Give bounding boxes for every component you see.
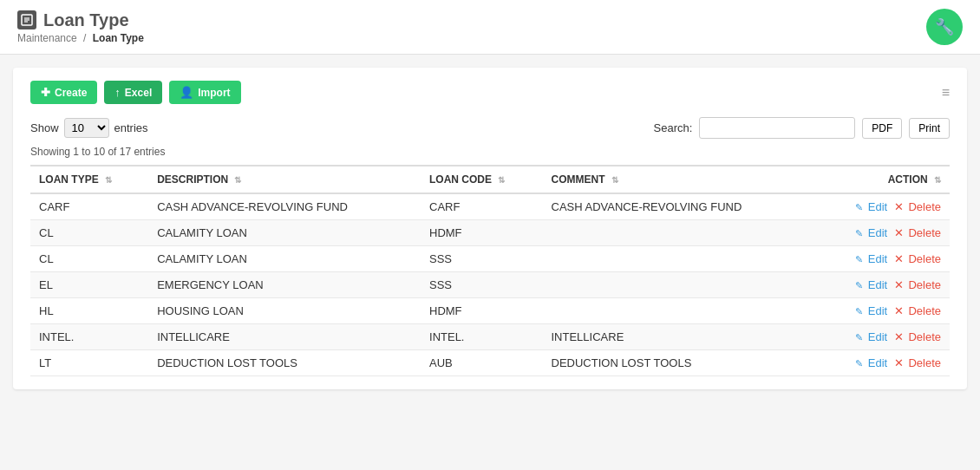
pdf-button[interactable]: PDF	[862, 118, 902, 139]
edit-icon: ✎	[855, 254, 863, 264]
search-input[interactable]	[699, 117, 855, 139]
edit-link[interactable]: Edit	[868, 226, 887, 239]
delete-x-icon: ✕	[894, 252, 904, 265]
delete-link[interactable]: Delete	[908, 356, 941, 369]
cell-loan-type: CL	[30, 246, 148, 272]
cell-loan-code: HDMF	[421, 298, 542, 324]
delete-link[interactable]: Delete	[908, 304, 941, 317]
page-title-row: Loan Type	[17, 10, 144, 30]
page-title: Loan Type	[43, 10, 129, 30]
cell-description: CASH ADVANCE-REVOLVING FUND	[148, 193, 421, 220]
sort-icon-comment[interactable]: ⇅	[611, 175, 618, 185]
cell-comment	[543, 272, 815, 298]
cell-description: CALAMITY LOAN	[148, 220, 421, 246]
delete-link[interactable]: Delete	[908, 330, 941, 343]
action-cell: ✎ Edit ✕ Delete	[814, 193, 950, 220]
table-row: CLCALAMITY LOANSSS ✎ Edit ✕ Delete	[30, 246, 950, 272]
action-cell: ✎ Edit ✕ Delete	[814, 298, 950, 324]
edit-link[interactable]: Edit	[868, 278, 887, 291]
action-cell: ✎ Edit ✕ Delete	[814, 220, 950, 246]
showing-info: Showing 1 to 10 of 17 entries	[30, 146, 950, 158]
entries-select[interactable]: 10 25 50 100	[64, 118, 109, 138]
edit-link[interactable]: Edit	[868, 252, 887, 265]
delete-x-icon: ✕	[894, 278, 904, 291]
table-row: CARFCASH ADVANCE-REVOLVING FUNDCARFCASH …	[30, 193, 950, 220]
cell-loan-type: INTEL.	[30, 324, 148, 350]
delete-link[interactable]: Delete	[908, 252, 941, 265]
delete-link[interactable]: Delete	[908, 200, 941, 213]
action-cell: ✎ Edit ✕ Delete	[814, 246, 950, 272]
show-label: Show	[30, 121, 59, 134]
cell-loan-code: AUB	[421, 350, 542, 376]
col-comment: COMMENT ⇅	[543, 166, 815, 193]
create-icon: ✚	[41, 86, 50, 99]
avatar[interactable]: 🔧	[926, 9, 963, 45]
table-body: CARFCASH ADVANCE-REVOLVING FUNDCARFCASH …	[30, 193, 950, 376]
col-description: DESCRIPTION ⇅	[148, 166, 421, 193]
menu-icon[interactable]: ≡	[942, 85, 950, 101]
breadcrumb-parent[interactable]: Maintenance	[17, 32, 77, 44]
cell-comment	[543, 220, 815, 246]
cell-loan-code: SSS	[421, 272, 542, 298]
cell-description: DEDUCTION LOST TOOLS	[148, 350, 421, 376]
sort-icon-loan-type[interactable]: ⇅	[105, 175, 112, 185]
cell-description: INTELLICARE	[148, 324, 421, 350]
breadcrumb-current: Loan Type	[93, 32, 144, 44]
entries-label: entries	[114, 121, 148, 134]
header-left: Loan Type Maintenance / Loan Type	[17, 10, 144, 44]
header: Loan Type Maintenance / Loan Type 🔧	[0, 0, 980, 55]
action-cell: ✎ Edit ✕ Delete	[814, 272, 950, 298]
table-row: LTDEDUCTION LOST TOOLSAUBDEDUCTION LOST …	[30, 350, 950, 376]
cell-loan-type: HL	[30, 298, 148, 324]
show-entries: Show 10 25 50 100 entries	[30, 118, 148, 138]
col-loan-type: LOAN TYPE ⇅	[30, 166, 148, 193]
edit-link[interactable]: Edit	[868, 330, 887, 343]
cell-description: HOUSING LOAN	[148, 298, 421, 324]
action-cell: ✎ Edit ✕ Delete	[814, 350, 950, 376]
delete-x-icon: ✕	[894, 356, 904, 369]
cell-description: EMERGENCY LOAN	[148, 272, 421, 298]
edit-link[interactable]: Edit	[868, 200, 887, 213]
toolbar-left: ✚ Create ↑ Excel 👤 Import	[30, 81, 241, 104]
cell-loan-type: CARF	[30, 193, 148, 220]
search-area: Search: PDF Print	[654, 117, 951, 139]
table-header-row: LOAN TYPE ⇅ DESCRIPTION ⇅ LOAN CODE ⇅ CO…	[30, 166, 950, 193]
cell-comment: DEDUCTION LOST TOOLS	[543, 350, 815, 376]
table-row: CLCALAMITY LOANHDMF ✎ Edit ✕ Delete	[30, 220, 950, 246]
breadcrumb-separator: /	[83, 32, 86, 44]
edit-icon: ✎	[855, 202, 863, 212]
edit-icon: ✎	[855, 332, 863, 343]
sort-icon-action[interactable]: ⇅	[934, 175, 941, 185]
cell-loan-code: CARF	[421, 193, 542, 220]
delete-link[interactable]: Delete	[908, 226, 941, 239]
search-label: Search:	[654, 121, 693, 134]
cell-loan-code: INTEL.	[421, 324, 542, 350]
delete-link[interactable]: Delete	[908, 278, 941, 291]
cell-loan-type: LT	[30, 350, 148, 376]
delete-x-icon: ✕	[894, 200, 904, 213]
table-controls: Show 10 25 50 100 entries Search: PDF Pr…	[30, 117, 950, 139]
edit-link[interactable]: Edit	[868, 304, 887, 317]
delete-x-icon: ✕	[894, 330, 904, 343]
create-button[interactable]: ✚ Create	[30, 81, 97, 104]
breadcrumb: Maintenance / Loan Type	[17, 32, 144, 44]
excel-icon: ↑	[114, 86, 121, 99]
sort-icon-loan-code[interactable]: ⇅	[498, 175, 505, 185]
print-button[interactable]: Print	[909, 118, 950, 139]
cell-comment	[543, 298, 815, 324]
action-cell: ✎ Edit ✕ Delete	[814, 324, 950, 350]
sort-icon-description[interactable]: ⇅	[234, 175, 241, 185]
page-icon	[17, 10, 36, 29]
edit-icon: ✎	[855, 358, 863, 369]
delete-x-icon: ✕	[894, 226, 904, 239]
cell-loan-type: EL	[30, 272, 148, 298]
import-icon: 👤	[180, 86, 193, 99]
edit-link[interactable]: Edit	[868, 356, 887, 369]
cell-loan-type: CL	[30, 220, 148, 246]
import-button[interactable]: 👤 Import	[169, 81, 240, 104]
col-action: ACTION ⇅	[814, 166, 950, 193]
table-row: ELEMERGENCY LOANSSS ✎ Edit ✕ Delete	[30, 272, 950, 298]
cell-comment	[543, 246, 815, 272]
excel-button[interactable]: ↑ Excel	[104, 81, 162, 104]
edit-icon: ✎	[855, 280, 863, 290]
